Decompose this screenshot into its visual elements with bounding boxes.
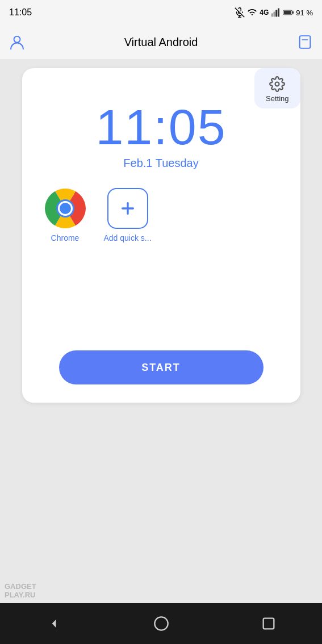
svg-rect-5 xyxy=(276,10,278,17)
nav-bar xyxy=(0,603,322,644)
chrome-icon-wrap xyxy=(45,188,86,229)
svg-point-21 xyxy=(154,617,168,630)
svg-rect-8 xyxy=(292,11,294,14)
plus-icon xyxy=(119,199,137,218)
chrome-shortcut[interactable]: Chrome xyxy=(45,188,86,242)
back-icon xyxy=(46,616,62,632)
shortcuts-row: Chrome Add quick s... xyxy=(34,188,289,242)
recents-button[interactable] xyxy=(261,616,277,632)
home-icon xyxy=(153,616,169,632)
card-spacer xyxy=(34,256,289,341)
add-shortcut[interactable]: Add quick s... xyxy=(104,188,152,242)
bookmark-icon xyxy=(297,34,313,50)
app-title: Virtual Android xyxy=(124,36,198,49)
add-shortcut-label: Add quick s... xyxy=(104,233,152,242)
setting-button[interactable]: Setting xyxy=(254,68,300,108)
svg-rect-6 xyxy=(278,9,279,17)
svg-point-17 xyxy=(60,203,71,214)
add-shortcut-box xyxy=(107,188,148,229)
svg-rect-3 xyxy=(271,14,273,17)
mute-icon xyxy=(235,7,245,18)
chrome-label: Chrome xyxy=(51,233,80,242)
gear-icon xyxy=(269,76,285,92)
svg-rect-22 xyxy=(263,618,274,629)
setting-label: Setting xyxy=(266,94,288,103)
svg-point-10 xyxy=(14,36,20,43)
svg-rect-4 xyxy=(274,12,275,17)
clock-time: 11:05 xyxy=(95,102,226,152)
battery-icon xyxy=(283,7,294,18)
add-shortcut-icon-wrap xyxy=(107,188,148,229)
network-label: 4G xyxy=(260,9,269,16)
main-card: Setting 11:05 Feb.1 Tuesday xyxy=(22,68,300,403)
status-icons: 4G 91 % xyxy=(235,7,313,18)
main-content: Setting 11:05 Feb.1 Tuesday xyxy=(0,59,322,603)
back-button[interactable] xyxy=(46,616,62,632)
svg-point-13 xyxy=(275,82,279,86)
svg-rect-11 xyxy=(300,36,311,48)
bookmark-button[interactable] xyxy=(297,34,313,50)
status-time: 11:05 xyxy=(9,7,32,18)
profile-button[interactable] xyxy=(9,34,25,50)
battery-label: 91 % xyxy=(296,9,313,17)
app-bar: Virtual Android xyxy=(0,25,322,59)
status-bar: 11:05 4G 91 % xyxy=(0,0,322,25)
start-button[interactable]: START xyxy=(59,350,264,384)
svg-rect-9 xyxy=(284,11,291,14)
profile-icon xyxy=(9,34,25,50)
recents-icon xyxy=(261,616,277,632)
signal-icon xyxy=(271,7,281,18)
clock-date: Feb.1 Tuesday xyxy=(123,157,198,170)
home-button[interactable] xyxy=(153,616,169,632)
svg-marker-20 xyxy=(52,620,56,628)
chrome-app-icon xyxy=(45,188,86,229)
wifi-icon xyxy=(247,7,257,18)
